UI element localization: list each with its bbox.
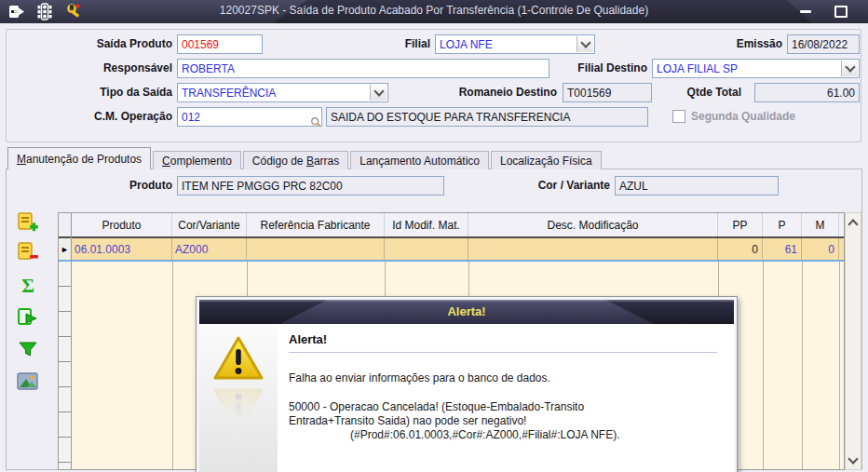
window-title: 120027SPK - Saída de Produto Acabado Por… bbox=[0, 4, 868, 17]
column-header-p[interactable]: P bbox=[763, 213, 802, 236]
tab-bar: Manutenção de Produtos Complemento Códig… bbox=[7, 147, 604, 169]
emissao-label: Emissão bbox=[685, 34, 782, 54]
sum-icon[interactable]: Σ bbox=[15, 274, 41, 300]
produto-field: ITEM NFE PMGGG PRC 82C00 bbox=[177, 176, 444, 196]
column-header-pp[interactable]: PP bbox=[718, 213, 763, 236]
chevron-down-icon[interactable] bbox=[370, 85, 387, 101]
alert-heading: Alerta! bbox=[289, 332, 721, 346]
minimize-button[interactable] bbox=[792, 5, 820, 19]
delete-row-icon[interactable] bbox=[15, 240, 41, 266]
responsavel-field[interactable]: ROBERTA bbox=[177, 59, 549, 78]
tab-manutencao-de-produtos[interactable]: Manutenção de Produtos bbox=[7, 147, 151, 169]
filial-label: Filial bbox=[326, 34, 430, 54]
qtde-total-label: Qtde Total bbox=[663, 83, 741, 102]
cm-operacao-value: 012 bbox=[182, 111, 200, 124]
scroll-up-icon[interactable] bbox=[846, 215, 861, 230]
add-row-icon[interactable] bbox=[15, 210, 41, 236]
alert-message-line: (#Prod#:06.01.0003,#Cor#:AZ000,#Filial#:… bbox=[289, 428, 721, 442]
cor-variante-label: Cor / Variante bbox=[512, 176, 610, 196]
cell-p: 61 bbox=[763, 238, 802, 260]
tab-complemento[interactable]: Complemento bbox=[153, 151, 241, 169]
filial-destino-label: Filial Destino bbox=[549, 59, 647, 78]
column-header-desc-modificacao[interactable]: Desc. Modificação bbox=[468, 213, 718, 236]
saida-produto-label: Saída Produto bbox=[5, 34, 172, 54]
tipo-saida-select[interactable]: TRANSFERÊNCIA bbox=[177, 83, 388, 102]
column-header-id-modif-mat[interactable]: Id Modif. Mat. bbox=[385, 213, 468, 236]
filial-destino-select[interactable]: LOJA FILIAL SP bbox=[652, 59, 860, 78]
maximize-button[interactable] bbox=[827, 5, 855, 19]
column-header-referencia-fabricante[interactable]: Referência Fabricante bbox=[247, 213, 385, 236]
cell-desc-modificacao bbox=[468, 238, 718, 260]
tipo-saida-value: TRANSFERÊNCIA bbox=[182, 87, 276, 100]
filial-select[interactable]: LOJA NFE bbox=[435, 34, 595, 54]
responsavel-label: Responsável bbox=[5, 59, 172, 78]
chevron-down-icon[interactable] bbox=[576, 36, 593, 52]
tipo-saida-label: Tipo da Saída bbox=[5, 83, 172, 102]
window-titlebar: 120027SPK - Saída de Produto Acabado Por… bbox=[0, 0, 868, 23]
cm-operacao-desc-field: SAIDA DO ESTOQUE PARA TRANSFERENCIA bbox=[326, 107, 648, 127]
produto-label: Produto bbox=[93, 176, 172, 196]
cm-operacao-label: C.M. Operação bbox=[5, 107, 172, 127]
saida-produto-field[interactable]: 001569 bbox=[177, 34, 263, 54]
scroll-down-icon[interactable] bbox=[846, 452, 861, 467]
cell-produto: 06.01.0003 bbox=[72, 238, 172, 260]
table-row[interactable]: 06.01.0003 AZ000 0 61 0 bbox=[72, 238, 844, 262]
alert-message-line: Falha ao enviar informações para o banco… bbox=[289, 371, 721, 384]
filial-value: LOJA NFE bbox=[440, 38, 493, 51]
alert-dialog: Alerta! bbox=[196, 296, 738, 472]
column-header-m[interactable]: M bbox=[802, 213, 839, 236]
cell-referencia bbox=[247, 238, 385, 260]
qtde-total-field: 61.00 bbox=[754, 83, 860, 102]
cm-operacao-field[interactable]: 012 bbox=[177, 107, 322, 127]
filial-destino-value: LOJA FILIAL SP bbox=[657, 62, 738, 75]
romaneio-destino-label: Romaneio Destino bbox=[438, 83, 557, 102]
column-header-cor-variante[interactable]: Cor/Variante bbox=[172, 213, 247, 236]
alert-icon-strip bbox=[199, 324, 278, 472]
tab-localizacao-fisica[interactable]: Localização Física bbox=[491, 151, 602, 169]
cell-id-modif bbox=[385, 238, 468, 260]
alert-dialog-title: Alerta! bbox=[199, 304, 734, 318]
export-icon[interactable] bbox=[15, 305, 41, 331]
alert-separator bbox=[289, 352, 717, 353]
alert-message-line: 50000 - Operacao Cancelada! (Estoque-Emb… bbox=[289, 400, 721, 414]
alert-dialog-titlebar: Alerta! bbox=[199, 300, 734, 324]
chevron-down-icon[interactable] bbox=[841, 61, 858, 76]
warning-icon bbox=[211, 335, 265, 384]
cell-m: 0 bbox=[802, 238, 839, 260]
tab-codigo-de-barras[interactable]: Código de Barras bbox=[243, 151, 348, 169]
grid-header: Produto Cor/Variante Referência Fabrican… bbox=[72, 213, 844, 238]
current-row-marker: ► bbox=[59, 238, 71, 262]
tab-lancamento-automatico[interactable]: Lançamento Automático bbox=[350, 151, 489, 169]
cell-pp: 0 bbox=[718, 238, 763, 260]
warning-icon-reflection bbox=[211, 384, 265, 433]
grid-indicator-column: ► bbox=[59, 213, 72, 469]
magnifier-icon bbox=[310, 116, 322, 127]
image-icon[interactable] bbox=[15, 369, 41, 395]
romaneio-destino-field: T001569 bbox=[563, 83, 652, 102]
grid-vertical-scrollbar[interactable] bbox=[845, 212, 861, 470]
segunda-qualidade-label: Segunda Qualidade bbox=[691, 109, 795, 124]
cor-variante-field: AZUL bbox=[615, 176, 779, 196]
column-header-produto[interactable]: Produto bbox=[72, 213, 172, 236]
application-window: 120027SPK - Saída de Produto Acabado Por… bbox=[0, 0, 868, 472]
emissao-field: 16/08/2022 bbox=[787, 34, 860, 54]
filter-icon[interactable] bbox=[15, 337, 41, 363]
cell-cor-variante: AZ000 bbox=[172, 238, 247, 260]
alert-message-line: Entrada+Transito Saida) nao pode ser neg… bbox=[289, 414, 721, 428]
segunda-qualidade-checkbox[interactable] bbox=[672, 110, 685, 123]
